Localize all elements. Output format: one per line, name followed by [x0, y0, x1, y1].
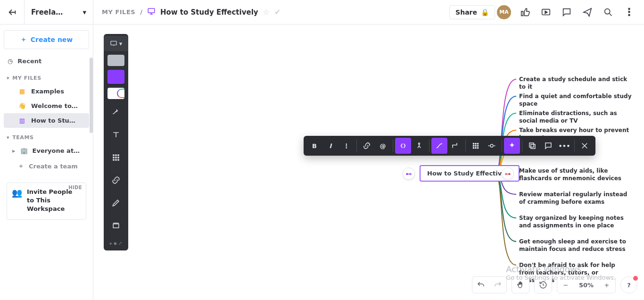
mindmap-branch[interactable]: Get enough sleep and exercise to maintai… — [519, 238, 632, 253]
more-icon[interactable]: ⋮ — [619, 3, 638, 22]
branch-button[interactable] — [411, 138, 427, 154]
mindmap-connectors — [93, 25, 644, 300]
color-picker-button[interactable] — [468, 138, 484, 154]
star-icon[interactable]: ☆ — [263, 8, 270, 17]
chevron-down-icon: ▾ — [7, 75, 9, 81]
chevron-down-icon: ▾ — [7, 134, 9, 141]
svg-point-23 — [477, 147, 478, 148]
hand-tool-button[interactable] — [512, 276, 529, 293]
more-options-button[interactable]: ••• — [556, 138, 572, 154]
avatar[interactable]: MA — [497, 5, 511, 19]
send-icon[interactable] — [578, 3, 597, 22]
sidebar-scrollbar[interactable] — [90, 58, 93, 133]
svg-point-16 — [475, 143, 476, 144]
elbow-connector-button[interactable] — [447, 138, 463, 154]
mindmap-branch[interactable]: Review material regularly instead of cra… — [519, 191, 632, 206]
create-team-label: Create a team — [29, 163, 78, 170]
svg-point-17 — [477, 143, 478, 144]
curve-connector-button[interactable] — [431, 138, 447, 154]
svg-rect-0 — [148, 8, 155, 13]
header-actions: Share 🔒 MA ⋮ — [449, 3, 638, 22]
svg-point-18 — [473, 145, 474, 146]
slides-icon — [147, 7, 156, 17]
undo-redo-group — [472, 276, 507, 293]
create-new-label: Create new — [31, 36, 73, 43]
sidebar-item-label: Examples — [31, 88, 64, 95]
svg-point-20 — [477, 145, 478, 146]
undo-button[interactable] — [472, 277, 489, 293]
page-title[interactable]: How to Study Effectively — [160, 8, 258, 17]
team-label: Everyone at… — [33, 147, 80, 154]
sidebar-item-label: How to Stu… — [31, 117, 75, 124]
share-label: Share — [455, 8, 477, 16]
sidebar-team-everyone[interactable]: ▸ 🏢 Everyone at… — [4, 143, 89, 158]
sidebar-section-myfiles[interactable]: ▾ MY FILES — [4, 68, 89, 84]
svg-point-14 — [419, 143, 420, 144]
mindmap-branch[interactable]: Eliminate distractions, such as social m… — [519, 109, 632, 125]
invite-card[interactable]: HIDE 👥 Invite People to This Workspace — [7, 183, 86, 220]
checkmark-icon[interactable]: ✔︎ — [274, 8, 281, 17]
zoom-control: − 50% + — [557, 276, 616, 293]
add-branch-right[interactable]: ⊶ — [502, 167, 514, 180]
svg-rect-25 — [531, 144, 535, 149]
create-team-button[interactable]: ＋ Create a team — [4, 158, 89, 174]
mindmap-branch[interactable]: Make use of study aids, like flashcards … — [519, 167, 632, 182]
svg-point-19 — [475, 145, 476, 146]
workspace-switcher[interactable]: Freela… ▾ — [25, 0, 93, 25]
svg-rect-26 — [529, 143, 534, 147]
redo-button[interactable] — [489, 277, 506, 293]
canvas[interactable]: ▾ ▸ ▪ ⤢ How to Study Effectively ⊷ ⊶ Cre… — [93, 25, 644, 300]
copy-button[interactable] — [524, 138, 540, 154]
teams-label: TEAMS — [12, 134, 33, 141]
mindmap-branch[interactable]: Find a quiet and comfortable study space — [519, 92, 632, 108]
bottom-controls: − 50% + ? — [472, 276, 637, 293]
thumbs-up-icon[interactable] — [516, 3, 535, 22]
help-button[interactable]: ? — [620, 276, 637, 293]
mention-button[interactable]: @ — [375, 138, 391, 154]
top-header: Freela… ▾ MY FILES / How to Study Effect… — [0, 0, 644, 25]
history-button[interactable] — [534, 276, 552, 293]
svg-point-24 — [490, 144, 493, 147]
link-button[interactable] — [359, 138, 375, 154]
share-button[interactable]: Share 🔒 — [449, 5, 495, 19]
ai-sparkle-button[interactable] — [504, 138, 520, 154]
workspace-name: Freela… — [31, 8, 63, 17]
myfiles-label: MY FILES — [12, 75, 41, 81]
present-icon[interactable] — [537, 3, 555, 22]
plus-icon: ＋ — [20, 35, 27, 44]
recent-label: Recent — [17, 58, 41, 65]
close-toolbar-button[interactable] — [577, 138, 593, 154]
mindmap-branch[interactable]: Stay organized by keeping notes and assi… — [519, 214, 632, 229]
sidebar: ＋ Create new ◷ Recent ▾ MY FILES ▦ Examp… — [0, 25, 93, 300]
comment-button[interactable] — [540, 138, 556, 154]
sidebar-item-examples[interactable]: ▦ Examples — [4, 84, 89, 99]
chevron-down-icon: ▾ — [83, 8, 86, 17]
add-branch-left[interactable]: ⊷ — [403, 167, 415, 180]
search-icon[interactable] — [599, 3, 618, 22]
sidebar-recent[interactable]: ◷ Recent — [4, 54, 89, 68]
create-new-button[interactable]: ＋ Create new — [4, 30, 89, 49]
zoom-in-button[interactable]: + — [598, 277, 615, 293]
hide-button[interactable]: HIDE — [68, 185, 82, 190]
focus-button[interactable] — [484, 138, 500, 154]
lock-icon: 🔒 — [481, 8, 489, 16]
breadcrumb-separator: / — [140, 8, 142, 16]
svg-point-21 — [473, 147, 474, 148]
sidebar-item-how-to-study[interactable]: ▥ How to Stu… — [4, 113, 89, 128]
comment-icon[interactable] — [557, 3, 576, 22]
mindmap-branch[interactable]: Create a study schedule and stick to it — [519, 75, 632, 91]
zoom-level[interactable]: 50% — [574, 282, 598, 289]
svg-point-2 — [605, 8, 610, 14]
svg-point-22 — [475, 147, 476, 148]
collapse-button[interactable] — [395, 138, 411, 154]
zoom-out-button[interactable]: − — [557, 277, 574, 293]
sidebar-section-teams[interactable]: ▾ TEAMS — [4, 128, 89, 143]
italic-button[interactable]: I — [322, 138, 339, 154]
wave-icon: 👋 — [18, 102, 26, 109]
bold-button[interactable]: B — [306, 138, 322, 154]
slides-icon: ▥ — [18, 117, 26, 124]
back-button[interactable] — [0, 0, 25, 25]
sidebar-item-welcome[interactable]: 👋 Welcome to… — [4, 99, 89, 113]
breadcrumb-root[interactable]: MY FILES — [102, 8, 135, 16]
text-more-button[interactable]: ⋮ — [339, 138, 355, 154]
